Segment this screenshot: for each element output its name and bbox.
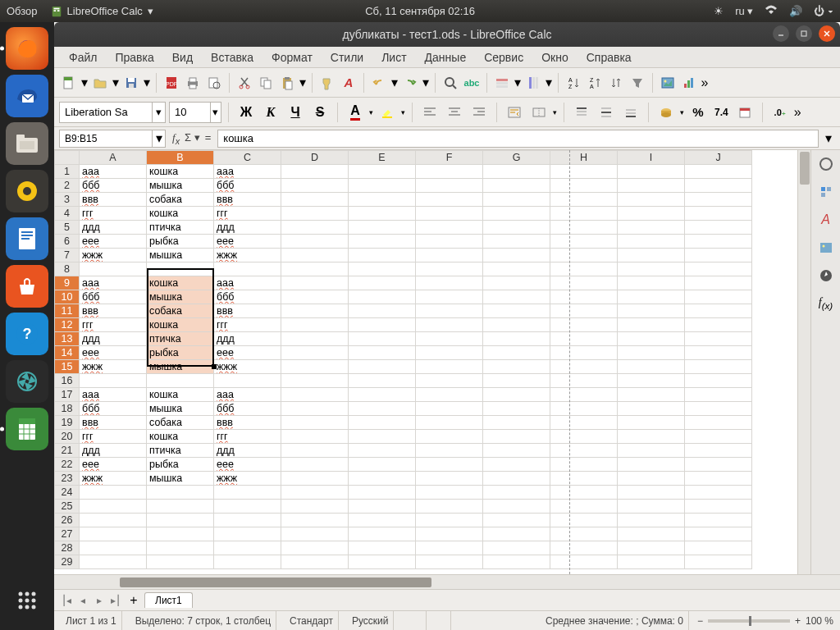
col-header-I[interactable]: I (618, 151, 685, 165)
dock-help[interactable]: ? (6, 313, 48, 355)
dock-firefox[interactable] (6, 27, 48, 70)
cell[interactable] (416, 165, 483, 179)
cell[interactable] (483, 221, 550, 235)
cell[interactable]: ддд (80, 444, 147, 458)
open-button[interactable] (90, 73, 110, 93)
cell[interactable] (550, 276, 618, 290)
cell[interactable] (550, 221, 618, 235)
cell[interactable] (349, 527, 416, 541)
dock-files[interactable] (6, 122, 48, 165)
cell[interactable] (550, 527, 618, 541)
cell[interactable] (416, 430, 483, 444)
cell[interactable]: ддд (80, 332, 147, 346)
first-sheet-button[interactable]: ⎮◂ (59, 593, 74, 608)
redo-button[interactable] (400, 73, 420, 93)
row-header[interactable]: 21 (55, 444, 80, 458)
paste-dropdown[interactable]: ▾ (299, 75, 307, 90)
cell[interactable]: птичка (147, 332, 214, 346)
cell[interactable] (550, 179, 618, 193)
cell[interactable] (618, 458, 685, 472)
cell[interactable] (685, 430, 752, 444)
cell[interactable] (416, 500, 483, 514)
cell[interactable] (349, 444, 416, 458)
cell[interactable] (416, 486, 483, 500)
status-sheet[interactable]: Лист 1 из 1 (61, 611, 122, 630)
valign-mid-button[interactable] (596, 102, 617, 123)
cell[interactable] (685, 207, 752, 221)
cell[interactable] (685, 360, 752, 374)
paste-button[interactable] (277, 73, 297, 93)
cell[interactable] (685, 165, 752, 179)
cell[interactable]: еее (214, 346, 281, 360)
chart-button[interactable] (679, 73, 699, 93)
cell[interactable] (483, 444, 550, 458)
navigator-icon[interactable] (817, 267, 835, 285)
cell[interactable] (214, 514, 281, 527)
cell[interactable] (281, 346, 349, 360)
cell[interactable] (685, 458, 752, 472)
more-toolbar[interactable]: » (701, 75, 709, 90)
cell[interactable] (483, 374, 550, 388)
col-header-A[interactable]: A (80, 151, 147, 165)
cell[interactable]: кошка (147, 388, 214, 402)
cell[interactable] (483, 332, 550, 346)
cell[interactable] (349, 500, 416, 514)
autofilter-button[interactable] (628, 73, 647, 93)
cell[interactable] (80, 486, 147, 500)
bold-button[interactable]: Ж (235, 102, 257, 123)
cell[interactable] (685, 514, 752, 527)
cell[interactable] (685, 374, 752, 388)
sort-desc-button[interactable]: ZA (585, 73, 605, 93)
cell[interactable] (349, 235, 416, 249)
cell[interactable] (483, 360, 550, 374)
save-button[interactable] (121, 73, 141, 93)
valign-top-button[interactable] (571, 102, 592, 123)
row-header[interactable]: 4 (55, 207, 80, 221)
cell[interactable] (349, 165, 416, 179)
cell[interactable] (550, 332, 618, 346)
cell[interactable]: ддд (80, 221, 147, 235)
cell[interactable] (416, 458, 483, 472)
cell[interactable] (349, 290, 416, 304)
cell[interactable]: собака (147, 304, 214, 318)
cell[interactable] (214, 541, 281, 555)
cell[interactable]: кошка (147, 207, 214, 221)
cell[interactable] (416, 318, 483, 332)
cell[interactable] (685, 290, 752, 304)
zoom-slider[interactable] (708, 619, 790, 623)
cell[interactable] (349, 555, 416, 569)
cell[interactable] (281, 416, 349, 430)
menu-Стили[interactable]: Стили (322, 48, 372, 66)
cell[interactable] (685, 472, 752, 486)
status-summary[interactable]: Среднее значение: ; Сумма: 0 (541, 611, 689, 630)
cell[interactable] (147, 514, 214, 527)
cell[interactable] (349, 430, 416, 444)
cell[interactable]: рыбка (147, 235, 214, 249)
menu-Вид[interactable]: Вид (164, 48, 201, 66)
print-button[interactable] (183, 73, 203, 93)
cell[interactable]: ааа (214, 388, 281, 402)
cell[interactable]: мышка (147, 249, 214, 262)
cell[interactable] (685, 346, 752, 360)
new-dropdown[interactable]: ▾ (80, 75, 89, 90)
underline-button[interactable]: Ч (285, 102, 306, 123)
cell[interactable] (349, 304, 416, 318)
cell[interactable] (483, 388, 550, 402)
cell[interactable] (214, 555, 281, 569)
cell[interactable] (685, 555, 752, 569)
cell[interactable]: еее (214, 458, 281, 472)
cell[interactable] (685, 262, 752, 276)
redo-dropdown[interactable]: ▾ (422, 75, 430, 90)
cell[interactable]: кошка (147, 276, 214, 290)
cell[interactable] (281, 458, 349, 472)
cell[interactable] (685, 527, 752, 541)
dock-rhythmbox[interactable] (6, 170, 48, 212)
cell[interactable] (685, 416, 752, 430)
row-header[interactable]: 11 (55, 304, 80, 318)
row-header[interactable]: 16 (55, 374, 80, 388)
cell[interactable]: еее (214, 235, 281, 249)
cell[interactable] (550, 262, 618, 276)
cell[interactable]: еее (80, 235, 147, 249)
cell[interactable] (349, 262, 416, 276)
font-name-combo[interactable]: ▾ (59, 102, 166, 123)
